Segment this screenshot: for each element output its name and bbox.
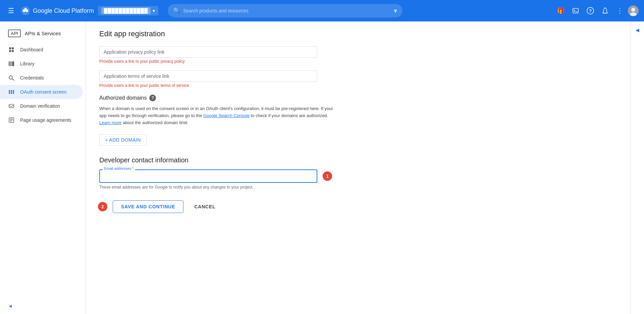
help-button[interactable]: ?	[584, 4, 597, 17]
domain-icon	[8, 103, 15, 109]
developer-contact-title: Developer contact information	[99, 156, 334, 164]
google-cloud-icon	[21, 6, 30, 15]
svg-point-25	[13, 93, 14, 94]
svg-point-19	[9, 93, 10, 94]
section-title-row: Authorized domains ?	[99, 95, 334, 101]
sidebar-item-library-label: Library	[20, 61, 35, 66]
search-bar: 🔍 ▾	[168, 4, 402, 17]
oauth-icon	[8, 89, 15, 95]
main-content: Edit app registration Provide users a li…	[86, 21, 631, 314]
search-input[interactable]	[183, 8, 391, 13]
badge-1: 1	[323, 171, 332, 181]
avatar[interactable]	[628, 5, 639, 16]
sidebar-item-dashboard[interactable]: Dashboard	[0, 43, 83, 57]
sidebar-title: APIs & Services	[25, 31, 61, 36]
privacy-policy-input[interactable]	[104, 49, 313, 55]
gift-button[interactable]: 🎁	[554, 4, 568, 17]
sidebar: API APIs & Services Dashboard Library	[0, 21, 86, 314]
sidebar-nav: Dashboard Library Credentials	[0, 40, 86, 130]
svg-rect-12	[9, 61, 10, 66]
terms-hint: Provide users a link to your public term…	[99, 83, 317, 88]
search-expand-icon[interactable]: ▾	[394, 7, 397, 15]
svg-point-24	[13, 91, 14, 93]
svg-point-22	[11, 93, 12, 94]
dashboard-icon	[8, 47, 15, 53]
bell-icon	[601, 7, 609, 14]
library-icon	[8, 61, 15, 67]
logo-text: Google Cloud Platform	[33, 7, 94, 14]
sidebar-item-credentials[interactable]: Credentials	[0, 71, 83, 85]
page-title: Edit app registration	[99, 30, 617, 38]
badge-2: 2	[98, 202, 107, 211]
terms-input[interactable]	[104, 73, 313, 79]
collapse-icon: ◄	[8, 303, 13, 309]
email-hint: These email addresses are for Google to …	[99, 185, 317, 190]
sidebar-item-credentials-label: Credentials	[20, 75, 44, 81]
sidebar-item-page-usage[interactable]: Page usage agreements	[0, 113, 83, 127]
sidebar-item-domain[interactable]: Domain verification	[0, 99, 83, 113]
chevron-down-icon: ▾	[153, 8, 155, 13]
email-field-container: Email addresses * ██████████████████████…	[99, 169, 317, 183]
email-field-label: Email addresses *	[103, 166, 135, 170]
privacy-policy-hint: Provide users a link to your public priv…	[99, 59, 317, 64]
svg-rect-14	[12, 61, 14, 66]
chevron-left-icon: ◄	[635, 27, 641, 34]
svg-point-17	[9, 90, 10, 91]
logo: Google Cloud Platform	[21, 6, 94, 15]
vertical-dots-icon: ⋮	[616, 7, 624, 15]
learn-more-link[interactable]: Learn more	[99, 120, 121, 125]
google-search-console-link[interactable]: Google Search Console	[203, 113, 250, 118]
project-name: ████████████	[101, 7, 151, 14]
authorized-domains-desc: When a domain is used on the consent scr…	[99, 105, 334, 126]
authorized-domains-title: Authorized domains	[99, 95, 147, 101]
credentials-icon	[8, 75, 15, 81]
notifications-button[interactable]	[598, 4, 612, 17]
more-options-button[interactable]: ⋮	[613, 4, 627, 17]
svg-rect-13	[10, 61, 11, 66]
sidebar-collapse-button[interactable]: ◄	[0, 298, 86, 314]
svg-point-3	[24, 8, 27, 11]
page-usage-icon	[8, 117, 15, 123]
svg-point-23	[13, 90, 14, 91]
svg-point-18	[9, 91, 10, 93]
right-panel-collapse[interactable]: ◄	[631, 21, 644, 314]
svg-text:?: ?	[589, 8, 592, 13]
svg-rect-4	[573, 8, 578, 13]
sidebar-item-dashboard-label: Dashboard	[20, 47, 43, 52]
add-domain-button[interactable]: + ADD DOMAIN	[99, 134, 147, 146]
sidebar-item-oauth[interactable]: OAuth consent screen	[0, 85, 83, 99]
project-selector[interactable]: ████████████ ▾	[98, 6, 158, 15]
action-row: 2 SAVE AND CONTINUE CANCEL	[113, 200, 617, 213]
search-icon: 🔍	[173, 7, 180, 14]
sidebar-item-domain-label: Domain verification	[20, 103, 60, 109]
terms-of-service-field: Provide users a link to your public term…	[99, 70, 317, 88]
email-input[interactable]: ████████████████████████	[104, 173, 313, 179]
svg-point-20	[11, 90, 12, 91]
svg-point-21	[11, 91, 12, 93]
avatar-icon	[628, 5, 639, 16]
developer-contact-section: Developer contact information Email addr…	[99, 156, 334, 190]
svg-point-10	[631, 8, 635, 12]
save-and-continue-button[interactable]: SAVE AND CONTINUE	[113, 200, 183, 213]
terminal-button[interactable]	[569, 4, 582, 17]
privacy-policy-input-container	[99, 46, 317, 58]
help-circle-icon[interactable]: ?	[149, 95, 156, 101]
help-icon: ?	[587, 7, 594, 14]
api-badge: API	[8, 30, 21, 37]
hamburger-icon[interactable]: ☰	[5, 4, 17, 17]
email-input-wrapper: ████████████████████████	[99, 169, 317, 183]
layout: API APIs & Services Dashboard Library	[0, 21, 644, 314]
sidebar-item-oauth-label: OAuth consent screen	[20, 89, 67, 95]
sidebar-item-page-usage-label: Page usage agreements	[20, 117, 71, 123]
sidebar-item-library[interactable]: Library	[0, 57, 83, 71]
sidebar-header: API APIs & Services	[0, 24, 86, 40]
authorized-domains-section: Authorized domains ? When a domain is us…	[99, 95, 334, 146]
topnav: ☰ Google Cloud Platform ████████████ ▾ 🔍…	[0, 0, 644, 21]
terminal-icon	[572, 7, 579, 14]
svg-line-16	[12, 79, 14, 80]
terms-input-container	[99, 70, 317, 82]
privacy-policy-field: Provide users a link to your public priv…	[99, 46, 317, 64]
cancel-button[interactable]: CANCEL	[189, 201, 221, 213]
topnav-actions: 🎁 ? ⋮	[554, 4, 639, 17]
